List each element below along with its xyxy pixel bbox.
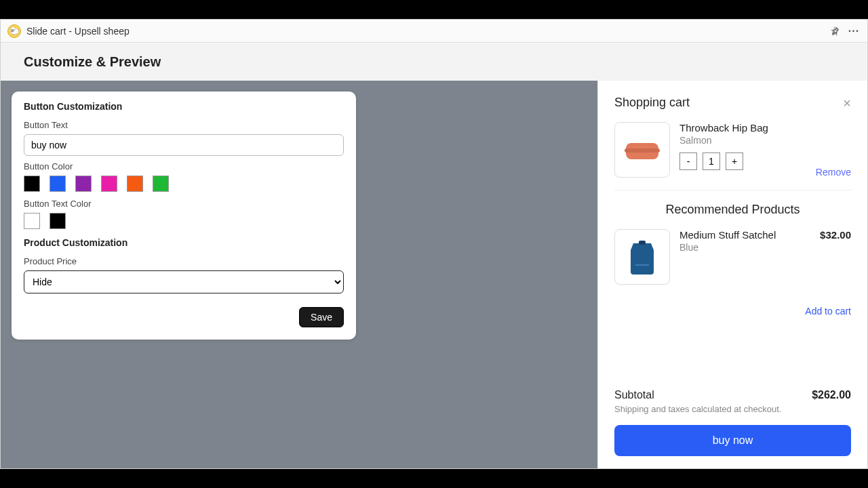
cart-item-variant: Salmon xyxy=(679,135,806,146)
remove-link[interactable]: Remove xyxy=(816,167,851,178)
qty-value: 1 xyxy=(703,152,720,170)
qty-decrease-button[interactable]: - xyxy=(679,152,697,170)
divider xyxy=(614,190,851,190)
subtotal-label: Subtotal xyxy=(614,389,812,401)
product-price-label: Product Price xyxy=(24,256,344,266)
button-text-color-label: Button Text Color xyxy=(24,199,344,209)
button-text-input[interactable] xyxy=(24,134,344,156)
button-color-swatch-2[interactable] xyxy=(75,176,92,192)
customize-card: Button Customization Button Text Button … xyxy=(12,92,356,340)
svg-rect-1 xyxy=(625,148,660,152)
product-section-title: Product Customization xyxy=(24,237,344,248)
pin-icon[interactable] xyxy=(828,24,842,38)
recommended-item-name: Medium Stuff Satchel xyxy=(679,229,810,241)
app-icon: 🐑 xyxy=(7,24,21,38)
button-section-title: Button Customization xyxy=(24,101,344,112)
subtotal-value: $262.00 xyxy=(812,389,851,401)
text-color-swatch-1[interactable] xyxy=(50,213,66,229)
cart-item-name: Throwback Hip Bag xyxy=(679,122,806,134)
recommended-title: Recommended Products xyxy=(614,203,851,217)
recommended-item-variant: Blue xyxy=(679,242,810,253)
cart-title: Shopping cart xyxy=(614,96,843,110)
button-color-swatch-0[interactable] xyxy=(24,176,40,192)
recommended-item-image xyxy=(614,229,670,285)
close-icon[interactable]: × xyxy=(843,96,851,110)
button-color-swatch-4[interactable] xyxy=(127,176,143,192)
svg-rect-2 xyxy=(639,241,646,245)
title-bar: 🐑 Slide cart - Upsell sheep ··· xyxy=(1,20,867,43)
buy-now-button[interactable]: buy now xyxy=(614,425,851,456)
button-color-swatch-3[interactable] xyxy=(101,176,117,192)
button-color-swatch-1[interactable] xyxy=(50,176,66,192)
add-to-cart-link[interactable]: Add to cart xyxy=(805,306,851,317)
product-price-select[interactable]: Hide xyxy=(24,270,344,293)
recommended-item-price: $32.00 xyxy=(820,229,851,285)
button-color-swatch-5[interactable] xyxy=(153,176,169,192)
app-title: Slide cart - Upsell sheep xyxy=(26,26,130,37)
shipping-note: Shipping and taxes calculated at checkou… xyxy=(614,404,851,414)
qty-increase-button[interactable]: + xyxy=(726,152,743,170)
page-title: Customize & Preview xyxy=(24,54,161,70)
page-header: Customize & Preview xyxy=(1,43,867,81)
more-icon[interactable]: ··· xyxy=(847,24,861,38)
cart-item-image xyxy=(614,122,670,178)
customize-area: Button Customization Button Text Button … xyxy=(1,81,597,468)
text-color-swatch-0[interactable] xyxy=(24,213,40,229)
button-text-label: Button Text xyxy=(24,120,344,130)
cart-item: Throwback Hip Bag Salmon - 1 + Remove xyxy=(614,122,851,178)
cart-panel: Shopping cart × Throwback Hip Bag Salmon… xyxy=(597,81,867,468)
save-button[interactable]: Save xyxy=(299,307,344,327)
button-color-label: Button Color xyxy=(24,161,344,171)
recommended-item: Medium Stuff Satchel Blue $32.00 xyxy=(614,229,851,285)
